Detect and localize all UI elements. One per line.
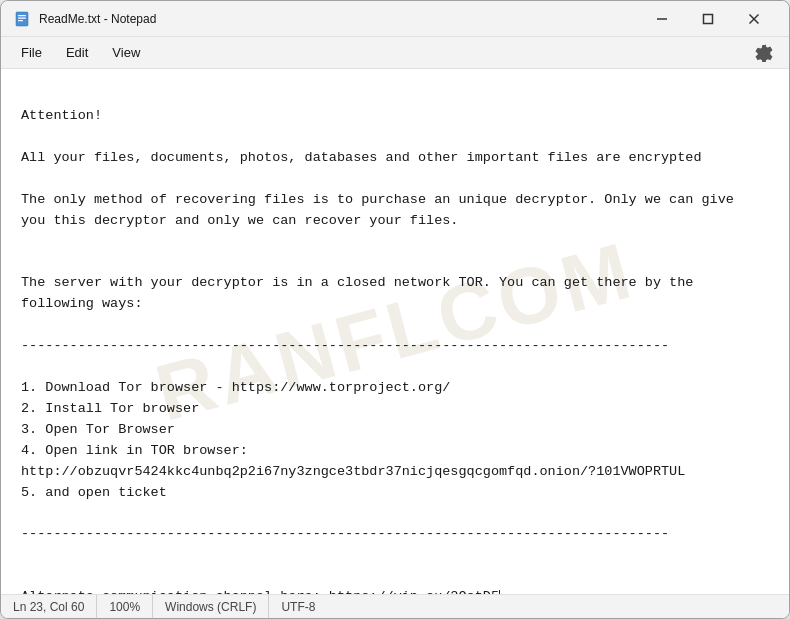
status-bar: Ln 23, Col 60 100% Windows (CRLF) UTF-8 (1, 594, 789, 618)
line-ending: Windows (CRLF) (153, 595, 269, 618)
title-bar: ReadMe.txt - Notepad (1, 1, 789, 37)
text-cursor (499, 590, 500, 594)
menu-items: File Edit View (9, 41, 152, 64)
cursor-position: Ln 23, Col 60 (13, 595, 97, 618)
close-button[interactable] (731, 3, 777, 35)
svg-rect-0 (16, 12, 28, 26)
text-content: Attention! All your files, documents, ph… (21, 108, 734, 594)
app-icon (13, 10, 31, 28)
window-title: ReadMe.txt - Notepad (39, 12, 639, 26)
maximize-button[interactable] (685, 3, 731, 35)
svg-rect-2 (18, 17, 26, 18)
menu-view[interactable]: View (100, 41, 152, 64)
svg-rect-1 (18, 15, 26, 16)
menu-bar: File Edit View (1, 37, 789, 69)
minimize-button[interactable] (639, 3, 685, 35)
zoom-level: 100% (97, 595, 153, 618)
editor-content[interactable]: Attention! All your files, documents, ph… (21, 85, 769, 594)
svg-rect-5 (704, 14, 713, 23)
menu-file[interactable]: File (9, 41, 54, 64)
svg-rect-3 (18, 20, 23, 21)
window-controls (639, 3, 777, 35)
settings-button[interactable] (747, 40, 781, 66)
editor-area[interactable]: RANFLCOM Attention! All your files, docu… (1, 69, 789, 594)
gear-icon (755, 44, 773, 62)
menu-edit[interactable]: Edit (54, 41, 100, 64)
encoding: UTF-8 (269, 595, 327, 618)
notepad-window: ReadMe.txt - Notepad File Edit View (0, 0, 790, 619)
